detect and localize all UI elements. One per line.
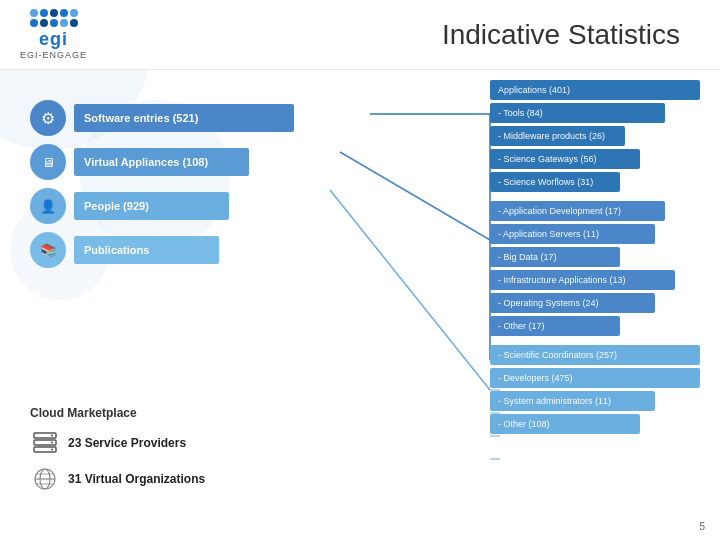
logo-dot [30, 9, 38, 17]
people-bar: People (929) [74, 192, 229, 220]
logo-text-engage: EGI-ENGAGE [20, 50, 87, 60]
main-content: ⚙ Software entries (521) 🖥 Virtual Appli… [0, 70, 720, 540]
logo-dot [60, 9, 68, 17]
logo-dot [70, 9, 78, 17]
stat-big-data: - Big Data (17) [490, 247, 620, 267]
server-icon [30, 428, 60, 458]
page-title: Indicative Statistics [87, 19, 700, 51]
logo-dot [40, 9, 48, 17]
entry-publications: 📚 Publications [30, 232, 350, 268]
software-icon: ⚙ [30, 100, 66, 136]
virtual-orgs-item: 31 Virtual Organizations [30, 464, 205, 494]
logo: egi EGI-ENGAGE [20, 9, 87, 60]
stat-science-gateways: - Science Gateways (56) [490, 149, 640, 169]
logo-dot [50, 9, 58, 17]
svg-line-7 [340, 152, 490, 240]
logo-dot [60, 19, 68, 27]
people-icon: 👤 [30, 188, 66, 224]
stat-sys-admins: - System administrators (11) [490, 391, 655, 411]
virtual-bar: Virtual Appliances (108) [74, 148, 249, 176]
stat-science-workflows: - Science Worflows (31) [490, 172, 620, 192]
logo-dot [30, 19, 38, 27]
service-providers-item: 23 Service Providers [30, 428, 205, 458]
svg-point-24 [51, 449, 53, 451]
logo-dot [50, 19, 58, 27]
publications-bar: Publications [74, 236, 219, 264]
stat-middleware: - Middleware products (26) [490, 126, 625, 146]
right-panel: Applications (401) - Tools (84) - Middle… [490, 80, 710, 437]
stat-developers: - Developers (475) [490, 368, 700, 388]
stat-tools: - Tools (84) [490, 103, 665, 123]
header: egi EGI-ENGAGE Indicative Statistics [0, 0, 720, 70]
entry-virtual: 🖥 Virtual Appliances (108) [30, 144, 350, 180]
entry-software: ⚙ Software entries (521) [30, 100, 350, 136]
stat-other1: - Other (17) [490, 316, 620, 336]
cloud-marketplace-title: Cloud Marketplace [30, 406, 205, 420]
logo-dot [40, 19, 48, 27]
svg-line-14 [330, 190, 490, 390]
publications-icon: 📚 [30, 232, 66, 268]
logo-dots [30, 9, 78, 27]
cloud-marketplace-section: Cloud Marketplace 23 Service Providers [30, 406, 205, 500]
stat-app-servers: - Application Servers (11) [490, 224, 655, 244]
stat-infra-apps: - Infrastructure Applications (13) [490, 270, 675, 290]
stat-other2: - Other (108) [490, 414, 640, 434]
virtual-orgs-label: 31 Virtual Organizations [68, 472, 205, 486]
entry-people: 👤 People (929) [30, 188, 350, 224]
virtual-org-icon [30, 464, 60, 494]
logo-text-egi: egi [39, 29, 68, 50]
logo-dot [70, 19, 78, 27]
software-bar: Software entries (521) [74, 104, 294, 132]
svg-point-23 [51, 442, 53, 444]
stat-os: - Operating Systems (24) [490, 293, 655, 313]
svg-point-22 [51, 435, 53, 437]
virtual-icon: 🖥 [30, 144, 66, 180]
stat-sci-coord: - Scientific Coordinators (257) [490, 345, 700, 365]
service-providers-label: 23 Service Providers [68, 436, 186, 450]
stat-app-dev: - Application Development (17) [490, 201, 665, 221]
left-panel: ⚙ Software entries (521) 🖥 Virtual Appli… [30, 100, 350, 276]
stat-applications: Applications (401) [490, 80, 700, 100]
